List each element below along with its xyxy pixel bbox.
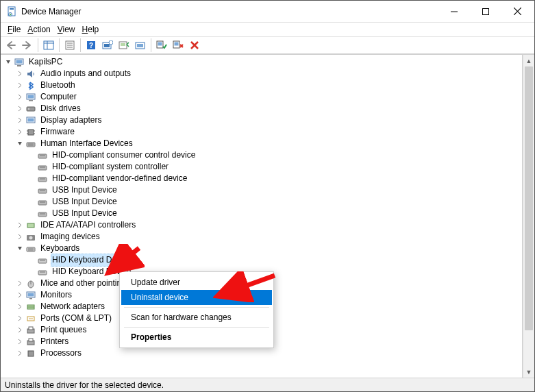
statusbar: Uninstalls the driver for the selected d… bbox=[1, 378, 534, 391]
keyboard-icon bbox=[37, 255, 48, 266]
svg-rect-55 bbox=[38, 212, 47, 217]
chevron-right-icon[interactable] bbox=[15, 234, 25, 240]
help-button[interactable]: ? bbox=[84, 38, 99, 53]
chevron-right-icon[interactable] bbox=[15, 82, 25, 88]
chevron-right-icon[interactable] bbox=[15, 350, 25, 356]
app-icon bbox=[6, 6, 17, 17]
chevron-right-icon[interactable] bbox=[15, 280, 25, 286]
chevron-right-icon[interactable] bbox=[15, 327, 25, 333]
chevron-right-icon[interactable] bbox=[15, 117, 25, 123]
svg-rect-26 bbox=[175, 42, 179, 46]
back-button[interactable] bbox=[3, 38, 18, 53]
ctx-scan-hardware[interactable]: Scan for hardware changes bbox=[121, 310, 272, 325]
tree-item[interactable]: IDE ATA/ATAPI controllers bbox=[3, 219, 522, 231]
menubar: File Action View Help bbox=[1, 23, 534, 36]
scrollbar-thumb[interactable] bbox=[525, 66, 533, 330]
chevron-right-icon[interactable] bbox=[15, 304, 25, 310]
chevron-right-icon[interactable] bbox=[15, 222, 25, 228]
hid-icon bbox=[37, 150, 48, 161]
ctx-update-driver[interactable]: Update driver bbox=[121, 275, 272, 290]
svg-rect-36 bbox=[28, 118, 34, 121]
monitor-icon bbox=[25, 290, 36, 301]
svg-rect-31 bbox=[28, 95, 34, 98]
svg-rect-57 bbox=[27, 223, 34, 228]
scroll-up-button[interactable]: ▲ bbox=[523, 55, 534, 66]
hid-icon bbox=[25, 138, 36, 149]
disk-icon bbox=[25, 103, 36, 114]
tree-item[interactable]: USB Input Device bbox=[3, 208, 522, 219]
svg-rect-65 bbox=[38, 271, 47, 275]
cpu-icon bbox=[25, 348, 36, 359]
remove-device-button[interactable] bbox=[187, 38, 202, 53]
tree-label: Processors bbox=[39, 347, 83, 359]
maximize-button[interactable] bbox=[470, 1, 501, 22]
minimize-button[interactable] bbox=[438, 1, 470, 22]
tree-item[interactable]: Computer bbox=[3, 91, 522, 103]
tree-item[interactable]: Disk drives bbox=[3, 103, 522, 114]
tree-label: Firmware bbox=[39, 126, 76, 138]
svg-point-77 bbox=[32, 318, 33, 319]
chevron-right-icon[interactable] bbox=[15, 106, 25, 112]
forward-button[interactable] bbox=[20, 38, 35, 53]
chevron-right-icon[interactable] bbox=[15, 339, 25, 345]
scroll-down-button[interactable]: ▼ bbox=[523, 366, 534, 378]
ctx-separator bbox=[124, 307, 269, 308]
chevron-right-icon[interactable] bbox=[15, 129, 25, 135]
show-hide-tree-button[interactable] bbox=[41, 38, 56, 53]
uninstall-button[interactable] bbox=[133, 38, 148, 53]
update-driver-button[interactable] bbox=[116, 38, 132, 53]
tree-root[interactable]: KapilsPC bbox=[3, 56, 522, 68]
vertical-scrollbar[interactable]: ▲ ▼ bbox=[523, 55, 534, 378]
tree-label: Monitors bbox=[39, 289, 73, 301]
tree-item-hid[interactable]: Human Interface Devices bbox=[3, 138, 522, 149]
chevron-right-icon[interactable] bbox=[15, 71, 25, 77]
menu-file[interactable]: File bbox=[5, 24, 23, 35]
menu-action[interactable]: Action bbox=[25, 24, 53, 35]
chevron-down-icon[interactable] bbox=[15, 140, 25, 147]
tree-item[interactable]: Display adapters bbox=[3, 114, 522, 126]
enable-device-button[interactable] bbox=[154, 38, 169, 53]
tree-label: Printers bbox=[39, 336, 70, 347]
tree-item[interactable]: Processors bbox=[3, 347, 522, 359]
svg-rect-42 bbox=[27, 143, 35, 147]
tree-item[interactable]: Imaging devices bbox=[3, 231, 522, 243]
toolbar-separator bbox=[59, 38, 60, 52]
tree-item[interactable]: Audio inputs and outputs bbox=[3, 68, 522, 79]
tree-item-keyboards[interactable]: Keyboards bbox=[3, 243, 522, 254]
tree-item[interactable]: Bluetooth bbox=[3, 79, 522, 91]
titlebar: Device Manager bbox=[1, 1, 534, 23]
tree-item[interactable]: Firmware bbox=[3, 126, 522, 138]
properties-button[interactable] bbox=[62, 38, 77, 53]
svg-rect-29 bbox=[17, 65, 21, 66]
close-button[interactable] bbox=[501, 1, 533, 22]
chevron-right-icon[interactable] bbox=[15, 292, 25, 298]
ctx-uninstall-device[interactable]: Uninstall device bbox=[121, 290, 272, 305]
svg-point-75 bbox=[29, 318, 30, 319]
tree-item[interactable]: USB Input Device bbox=[3, 196, 522, 208]
tree-item-selected[interactable]: HID Keyboard Device bbox=[3, 254, 522, 266]
chevron-down-icon[interactable] bbox=[3, 59, 13, 65]
scrollbar-track[interactable] bbox=[523, 66, 534, 366]
tree-item[interactable]: USB Input Device bbox=[3, 184, 522, 196]
mouse-icon bbox=[25, 278, 36, 289]
svg-rect-32 bbox=[29, 100, 33, 101]
hid-icon bbox=[37, 162, 48, 173]
menu-help[interactable]: Help bbox=[79, 24, 102, 35]
scan-hardware-button[interactable] bbox=[100, 38, 115, 53]
window-title: Device Manager bbox=[21, 7, 438, 16]
tree-item[interactable]: HID-compliant consumer control device bbox=[3, 149, 522, 161]
disable-device-button[interactable] bbox=[171, 38, 186, 53]
tree-item[interactable]: HID-compliant vendor-defined device bbox=[3, 173, 522, 184]
tree-label: Imaging devices bbox=[39, 231, 101, 243]
chevron-right-icon[interactable] bbox=[15, 315, 25, 321]
chevron-right-icon[interactable] bbox=[15, 94, 25, 100]
port-icon bbox=[25, 313, 36, 324]
menu-view[interactable]: View bbox=[55, 24, 78, 35]
tree-item[interactable]: HID-compliant system controller bbox=[3, 161, 522, 173]
svg-rect-37 bbox=[28, 130, 34, 135]
chevron-down-icon[interactable] bbox=[15, 245, 25, 252]
ctx-properties[interactable]: Properties bbox=[121, 330, 272, 345]
svg-rect-60 bbox=[27, 247, 35, 252]
svg-rect-24 bbox=[158, 42, 162, 46]
svg-rect-17 bbox=[104, 44, 110, 47]
